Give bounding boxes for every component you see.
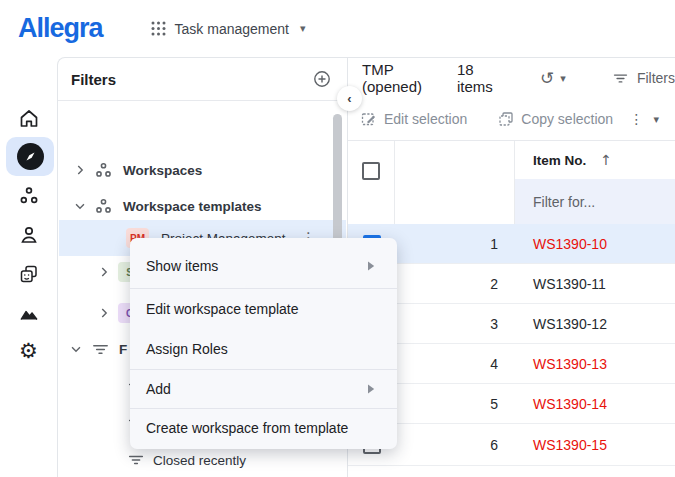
- table-row[interactable]: 5 WS1390-14: [348, 384, 675, 424]
- item-no-label: Item No.: [533, 153, 586, 168]
- grid-icon: [151, 21, 166, 36]
- table-filters-label: Filters: [637, 70, 675, 86]
- filter-icon: [91, 340, 110, 359]
- tree-item-label: Closed recently: [153, 453, 246, 468]
- nav-users[interactable]: [0, 215, 57, 254]
- workspaces-icon: [94, 161, 113, 180]
- chevron-down-icon: ▾: [300, 22, 306, 35]
- menu-item-label: Add: [146, 381, 171, 397]
- add-filter-icon[interactable]: [313, 70, 331, 88]
- table-row[interactable]: 1 WS1390-10: [348, 224, 675, 264]
- history-dropdown[interactable]: ↺ ▾: [540, 68, 566, 88]
- item-no-filter-input[interactable]: Filter for...: [515, 179, 675, 224]
- submenu-arrow-icon: [367, 261, 375, 271]
- app-window: Allegra Task management ▾: [0, 0, 675, 477]
- selection-toolbar: Edit selection Copy selection ⋮ ▾: [348, 98, 675, 141]
- select-all-checkbox[interactable]: [362, 162, 380, 180]
- image-icon: [18, 302, 40, 324]
- copy-selection-label: Copy selection: [521, 111, 613, 127]
- row-number: 2: [395, 276, 515, 292]
- history-icon: ↺: [540, 68, 554, 88]
- module-label: Task management: [175, 21, 289, 37]
- menu-item-label: Edit workspace template: [146, 301, 299, 317]
- workspaces-icon: [94, 197, 113, 216]
- items-table-body: 1 WS1390-10 2 WS1390-11 3 WS1390-12 4 WS…: [348, 224, 675, 466]
- compass-icon: [17, 143, 44, 170]
- submenu-arrow-icon: [367, 384, 375, 394]
- row-number: 6: [395, 437, 515, 453]
- filters-title: Filters: [71, 71, 116, 88]
- item-no-link[interactable]: WS1390-15: [515, 437, 675, 453]
- tree-item-workspace-templates[interactable]: Workspace templates: [59, 188, 346, 224]
- item-no-link[interactable]: WS1390-13: [515, 356, 675, 372]
- menu-item-show-items[interactable]: Show items: [130, 244, 397, 288]
- row-number: 5: [395, 396, 515, 412]
- masks-icon: [18, 263, 40, 285]
- nav-explore[interactable]: [6, 137, 54, 176]
- home-icon: [18, 107, 40, 129]
- filters-panel-header: Filters: [58, 58, 347, 101]
- tree-item-label: Workspace templates: [123, 199, 262, 214]
- collapse-panel-button[interactable]: ‹: [337, 86, 362, 111]
- table-row[interactable]: 6 WS1390-15: [348, 424, 675, 466]
- top-header: Allegra Task management ▾: [0, 0, 675, 57]
- edit-selection-label: Edit selection: [384, 111, 467, 127]
- tree-item-label: Workspaces: [123, 163, 202, 178]
- tree-item-workspaces[interactable]: Workspaces: [59, 152, 346, 188]
- person-icon: [18, 224, 40, 246]
- tree-item-label: F: [119, 342, 127, 357]
- chevron-down-icon: ▾: [653, 113, 659, 126]
- table-row[interactable]: 2 WS1390-11: [348, 264, 675, 304]
- copy-icon: [498, 111, 514, 127]
- edit-icon: [361, 111, 377, 127]
- nav-settings[interactable]: ⚙: [0, 332, 57, 371]
- nav-roles[interactable]: [0, 254, 57, 293]
- row-number: 4: [395, 356, 515, 372]
- table-filters-button[interactable]: Filters: [612, 70, 675, 87]
- allegra-logo[interactable]: Allegra: [18, 13, 103, 44]
- view-title: TMP (opened): [362, 61, 445, 95]
- chevron-down-icon[interactable]: [73, 199, 87, 213]
- chevron-right-icon[interactable]: [97, 306, 111, 320]
- menu-item-assign-roles[interactable]: Assign Roles: [130, 329, 397, 369]
- edit-selection-button[interactable]: Edit selection: [361, 111, 467, 127]
- table-row[interactable]: 4 WS1390-13: [348, 344, 675, 384]
- row-number: 1: [395, 236, 515, 252]
- item-no-column-header[interactable]: Item No. ↑: [515, 141, 675, 179]
- item-no-link[interactable]: WS1390-12: [515, 316, 675, 332]
- nav-home[interactable]: [0, 98, 57, 137]
- copy-selection-button[interactable]: Copy selection: [498, 111, 613, 127]
- table-header: Item No. ↑ Filter for...: [348, 141, 675, 224]
- table-row[interactable]: 3 WS1390-12: [348, 304, 675, 344]
- context-menu: Show items Edit workspace template Assig…: [130, 238, 397, 449]
- menu-item-create-workspace-from-template[interactable]: Create workspace from template: [130, 409, 397, 447]
- items-count: 18 items: [457, 61, 506, 95]
- chevron-right-icon[interactable]: [97, 265, 111, 279]
- chevron-down-icon: ▾: [560, 72, 566, 85]
- filter-icon: [127, 451, 145, 469]
- menu-item-label: Show items: [146, 258, 218, 274]
- item-no-link[interactable]: WS1390-11: [515, 276, 675, 292]
- nav-workspaces[interactable]: [0, 176, 57, 215]
- menu-item-label: Assign Roles: [146, 341, 228, 357]
- chevron-right-icon[interactable]: [73, 163, 87, 177]
- chevron-down-icon[interactable]: [69, 342, 83, 356]
- module-switcher[interactable]: Task management ▾: [151, 21, 306, 37]
- more-actions-button[interactable]: ⋮ ▾: [629, 111, 659, 127]
- menu-item-add[interactable]: Add: [130, 370, 397, 408]
- menu-item-label: Create workspace from template: [146, 420, 348, 436]
- item-no-link[interactable]: WS1390-14: [515, 396, 675, 412]
- nav-gallery[interactable]: [0, 293, 57, 332]
- item-no-link[interactable]: WS1390-10: [515, 236, 675, 252]
- sort-asc-icon[interactable]: ↑: [600, 152, 612, 168]
- menu-item-edit-workspace-template[interactable]: Edit workspace template: [130, 289, 397, 329]
- kebab-menu-icon: ⋮: [629, 111, 643, 127]
- row-number-column-header: [395, 141, 515, 179]
- nodes-icon: [18, 185, 40, 207]
- nav-rail: ⚙: [0, 57, 57, 477]
- items-panel-header: TMP (opened) 18 items ↺ ▾ Filters: [348, 58, 675, 98]
- filter-icon: [612, 70, 629, 87]
- items-panel: TMP (opened) 18 items ↺ ▾ Filters Edit s…: [348, 57, 675, 477]
- row-number: 3: [395, 316, 515, 332]
- gear-icon: ⚙: [19, 341, 38, 362]
